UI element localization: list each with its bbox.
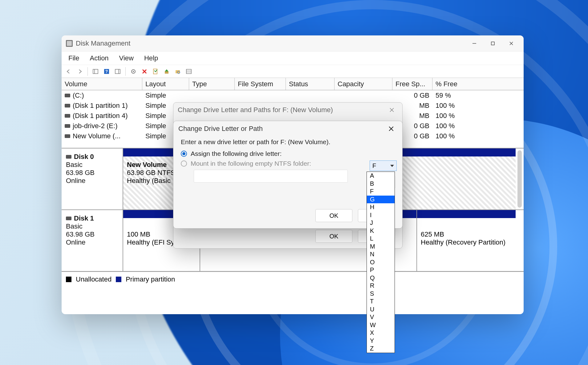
radio-label: Mount in the following empty NTFS folder… [191, 160, 311, 167]
partition-size: 625 MB [421, 230, 512, 238]
forward-icon[interactable] [75, 67, 84, 76]
mount-path-input[interactable] [194, 170, 348, 183]
radio-icon [181, 151, 187, 157]
volume-pct: 100 % [432, 132, 488, 140]
drive-letter-option[interactable]: U [367, 306, 395, 314]
drive-letter-option[interactable]: B [367, 180, 395, 188]
volume-layout: Simple [142, 91, 189, 99]
radio-assign-letter[interactable]: Assign the following drive letter: [181, 150, 395, 157]
list-icon[interactable] [184, 67, 193, 76]
drive-letter-option[interactable]: L [367, 235, 395, 243]
volume-name: job-drive-2 (E:) [73, 122, 117, 130]
volume-name: (Disk 1 partition 1) [73, 102, 128, 110]
drive-letter-option[interactable]: F [367, 188, 395, 196]
scrollbar[interactable] [517, 150, 522, 208]
drive-letter-option[interactable]: Y [367, 337, 395, 345]
col-filesystem[interactable]: File System [235, 78, 286, 90]
back-icon[interactable] [64, 67, 73, 76]
help-icon[interactable]: ? [102, 67, 111, 76]
drive-letter-combobox[interactable]: F [370, 160, 397, 171]
chevron-down-icon [390, 165, 394, 167]
close-icon[interactable] [385, 123, 397, 135]
dialog-title: Change Drive Letter or Path [178, 125, 263, 133]
drive-letter-option[interactable]: P [367, 266, 395, 274]
col-type[interactable]: Type [189, 78, 235, 90]
drive-letter-option[interactable]: M [367, 243, 395, 251]
drive-letter-option[interactable]: W [367, 321, 395, 329]
volume-pct: 100 % [432, 122, 488, 130]
drive-letter-option[interactable]: S [367, 290, 395, 298]
drive-letter-option[interactable]: V [367, 313, 395, 321]
disk-label[interactable]: Disk 1 Basic 63.98 GB Online [62, 210, 123, 271]
up-arrow-icon[interactable] [162, 67, 171, 76]
volume-icon [65, 124, 70, 128]
col-status[interactable]: Status [286, 78, 335, 90]
dialog-instruction: Enter a new drive letter or path for F: … [181, 138, 395, 146]
drive-letter-option[interactable]: K [367, 227, 395, 235]
titlebar: Disk Management [62, 35, 524, 51]
radio-icon [181, 160, 187, 167]
disk-size: 63.98 GB [66, 230, 118, 238]
minimize-button[interactable] [465, 35, 484, 51]
menu-file[interactable]: File [67, 53, 81, 63]
svg-rect-8 [115, 69, 120, 74]
drive-letter-option[interactable]: X [367, 329, 395, 337]
drive-letter-option[interactable]: I [367, 211, 395, 219]
drive-letter-option[interactable]: G [367, 196, 395, 204]
close-icon[interactable] [386, 104, 398, 116]
volume-pct: 100 % [432, 102, 488, 110]
maximize-button[interactable] [484, 35, 502, 51]
legend-swatch-primary [116, 277, 121, 282]
drive-letter-option[interactable]: R [367, 282, 395, 290]
volume-icon [65, 134, 70, 138]
properties-icon[interactable] [151, 67, 160, 76]
drive-letter-option[interactable]: Z [367, 345, 395, 353]
volume-pct: 100 % [432, 112, 488, 120]
svg-rect-1 [491, 42, 494, 45]
col-freespace[interactable]: Free Sp... [392, 78, 432, 90]
col-volume[interactable]: Volume [62, 78, 142, 90]
drive-letter-option[interactable]: H [367, 203, 395, 211]
legend: Unallocated Primary partition [62, 272, 524, 286]
ok-button[interactable]: OK [315, 209, 352, 222]
settings-icon[interactable] [129, 67, 138, 76]
menu-help[interactable]: Help [142, 53, 160, 63]
table-row[interactable]: (C:) Simple 0 GB 59 % [62, 90, 524, 100]
menu-view[interactable]: View [117, 53, 136, 63]
combobox-value: F [372, 162, 376, 169]
drive-letter-option[interactable]: A [367, 172, 395, 180]
disk-name-text: Disk 0 [74, 153, 94, 161]
volume-name: (C:) [73, 91, 84, 99]
col-layout[interactable]: Layout [142, 78, 189, 90]
app-icon [66, 40, 73, 47]
drive-letter-option[interactable]: T [367, 298, 395, 306]
menu-action[interactable]: Action [88, 53, 110, 63]
disk-name-text: Disk 1 [74, 214, 94, 222]
drive-letter-option[interactable]: O [367, 258, 395, 266]
drive-letter-dropdown[interactable]: ABFGHIJKLMNOPQRSTUVWXYZ [367, 172, 395, 353]
disk-icon [66, 155, 71, 159]
legend-label-primary: Primary partition [126, 275, 175, 283]
drive-letter-option[interactable]: J [367, 219, 395, 227]
volume-icon [65, 94, 70, 97]
partition[interactable]: 625 MB Healthy (Recovery Partition) [417, 218, 516, 271]
svg-text:?: ? [105, 69, 108, 74]
drive-letter-option[interactable]: N [367, 250, 395, 258]
radio-mount-folder[interactable]: Mount in the following empty NTFS folder… [181, 160, 395, 167]
delete-icon[interactable] [140, 67, 149, 76]
drive-letter-option[interactable]: Q [367, 274, 395, 282]
toolbar: ? [62, 65, 524, 78]
search-folder-icon[interactable] [173, 67, 182, 76]
show-hide-console-tree-icon[interactable] [91, 67, 100, 76]
dialog-title: Change Drive Letter and Paths for F: (Ne… [178, 106, 333, 114]
col-pctfree[interactable]: % Free [432, 78, 524, 90]
ok-button[interactable]: OK [315, 230, 352, 243]
close-button[interactable] [502, 35, 521, 51]
show-hide-action-pane-icon[interactable] [113, 67, 122, 76]
partition-header [417, 210, 516, 218]
col-capacity[interactable]: Capacity [335, 78, 392, 90]
disk-type: Basic [66, 222, 118, 230]
disk-label[interactable]: Disk 0 Basic 63.98 GB Online [62, 148, 123, 209]
svg-rect-4 [93, 69, 98, 74]
radio-label: Assign the following drive letter: [191, 150, 282, 157]
